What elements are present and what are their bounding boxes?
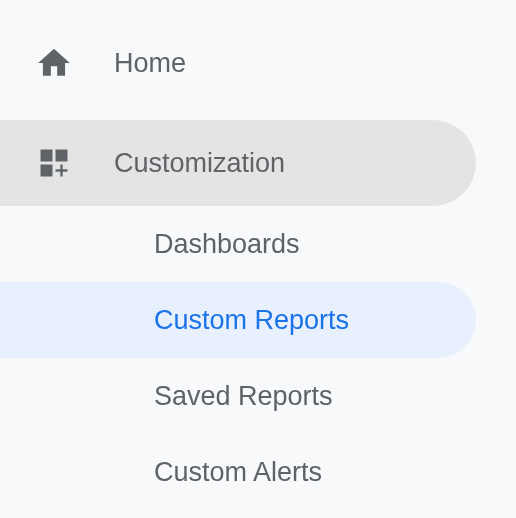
sidebar: Home Customization Dashboards Custom Rep… <box>0 0 516 510</box>
nav-item-label: Saved Reports <box>154 381 333 412</box>
svg-rect-2 <box>41 165 53 177</box>
nav-item-dashboards[interactable]: Dashboards <box>0 206 476 282</box>
nav-item-custom-alerts[interactable]: Custom Alerts <box>0 434 476 510</box>
home-icon <box>32 41 76 85</box>
svg-rect-1 <box>56 150 68 162</box>
nav-item-home[interactable]: Home <box>0 20 476 106</box>
svg-rect-0 <box>41 150 53 162</box>
nav-item-custom-reports[interactable]: Custom Reports <box>0 282 476 358</box>
nav-item-label: Custom Reports <box>154 305 349 336</box>
nav-item-label: Dashboards <box>154 229 300 260</box>
nav-item-saved-reports[interactable]: Saved Reports <box>0 358 476 434</box>
nav-item-customization[interactable]: Customization <box>0 120 476 206</box>
nav-item-label: Customization <box>114 148 285 179</box>
customization-icon <box>32 141 76 185</box>
nav-item-label: Custom Alerts <box>154 457 322 488</box>
nav-item-label: Home <box>114 48 186 79</box>
